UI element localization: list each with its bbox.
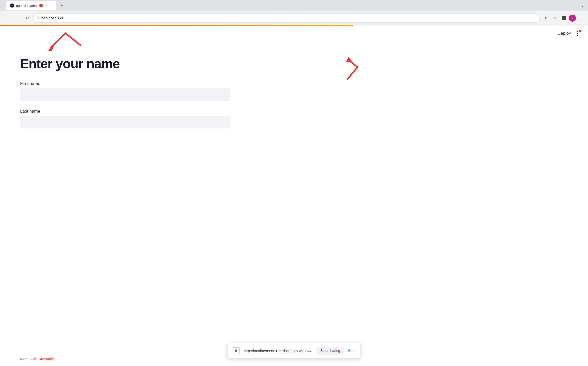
browser-menu-button[interactable]: ⋮ — [577, 14, 585, 22]
tab-title: app · Streamlit — [16, 4, 37, 8]
last-name-label: Last name — [20, 109, 282, 114]
profile-icon[interactable]: A — [569, 15, 576, 22]
streamlit-menu-button[interactable]: ⋮ — [573, 29, 582, 38]
hide-button[interactable]: Hide — [348, 349, 355, 353]
active-tab[interactable]: S app · Streamlit × — [6, 1, 56, 10]
first-name-group: First name — [20, 81, 282, 101]
app-title: Enter your name — [20, 56, 282, 71]
new-tab-button[interactable]: + — [58, 2, 65, 9]
sharing-message: http://localhost:8501 is sharing a windo… — [244, 349, 312, 353]
first-name-input[interactable] — [20, 88, 230, 101]
deploy-button[interactable]: Deploy — [556, 30, 573, 37]
notification-dot — [578, 29, 581, 32]
split-screen-button[interactable]: ⬛ — [560, 14, 568, 22]
sharing-pause-icon: ⏸ — [233, 347, 240, 354]
sharing-banner: ⏸ http://localhost:8501 is sharing a win… — [227, 343, 361, 358]
share-page-button[interactable]: ⬆ — [542, 14, 550, 22]
browser-minimize-button[interactable]: ⌄ — [579, 2, 586, 9]
deploy-label: Deploy — [558, 31, 571, 36]
back-button[interactable]: ← — [3, 14, 11, 22]
footer-prefix: Made with — [20, 357, 37, 361]
last-name-input[interactable] — [20, 116, 230, 128]
tab-bar: S app · Streamlit × + ⌄ — [0, 0, 588, 11]
browser-actions: ⬆ ☆ ⬛ A ⋮ — [542, 14, 585, 22]
svg-marker-5 — [346, 57, 352, 62]
address-bar: ← → ↻ ℹ localhost:850 ⬆ ☆ ⬛ A ⋮ — [0, 11, 588, 25]
streamlit-header: Deploy ⋮ — [0, 26, 588, 41]
first-name-label: First name — [20, 81, 282, 86]
svg-line-3 — [347, 67, 357, 79]
forward-button[interactable]: → — [13, 14, 21, 22]
app-container: Deploy ⋮ Enter your name First name Last… — [0, 26, 588, 366]
stop-sharing-button[interactable]: Stop sharing — [316, 347, 344, 355]
tab-close-button[interactable]: × — [45, 4, 49, 8]
app-main: Enter your name First name Last name — [0, 41, 302, 352]
footer-brand: Streamlit — [39, 357, 55, 361]
security-icon: ℹ — [38, 16, 39, 20]
tab-recording-dot — [39, 4, 43, 7]
reload-button[interactable]: ↻ — [23, 14, 31, 22]
arrow-menu — [346, 57, 357, 79]
bookmark-button[interactable]: ☆ — [551, 14, 559, 22]
url-bar[interactable]: ℹ localhost:850 — [33, 14, 540, 23]
last-name-group: Last name — [20, 109, 282, 128]
url-text: localhost:850 — [41, 16, 63, 20]
tab-favicon: S — [10, 4, 14, 8]
svg-line-4 — [349, 60, 357, 67]
